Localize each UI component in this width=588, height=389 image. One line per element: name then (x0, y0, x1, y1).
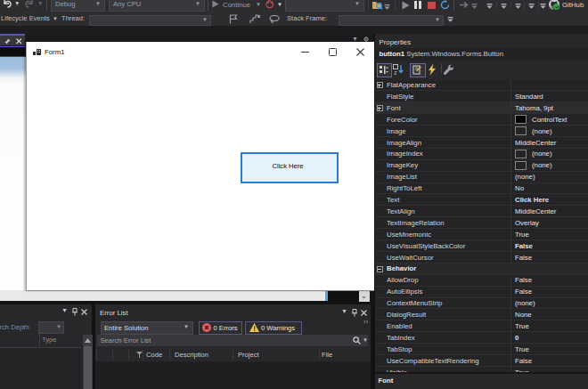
svg-text:z: z (394, 69, 396, 76)
